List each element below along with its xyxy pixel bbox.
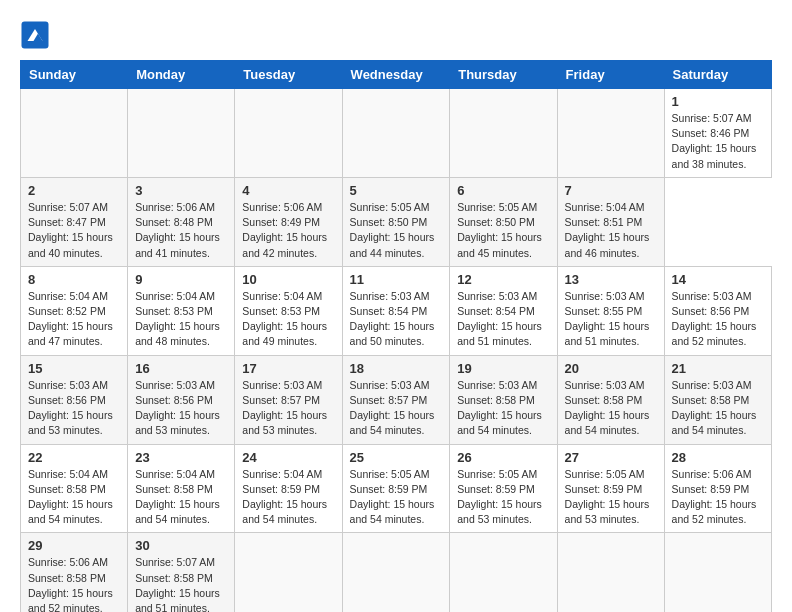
calendar-header: SundayMondayTuesdayWednesdayThursdayFrid… bbox=[21, 61, 772, 89]
calendar-cell bbox=[235, 89, 342, 178]
day-number: 22 bbox=[28, 450, 120, 465]
header-cell-monday: Monday bbox=[128, 61, 235, 89]
calendar-cell: 30Sunrise: 5:07 AMSunset: 8:58 PMDayligh… bbox=[128, 533, 235, 612]
header-cell-saturday: Saturday bbox=[664, 61, 771, 89]
calendar-cell: 9Sunrise: 5:04 AMSunset: 8:53 PMDaylight… bbox=[128, 266, 235, 355]
day-number: 28 bbox=[672, 450, 764, 465]
header-cell-thursday: Thursday bbox=[450, 61, 557, 89]
calendar-cell bbox=[450, 89, 557, 178]
day-detail: Sunrise: 5:04 AMSunset: 8:53 PMDaylight:… bbox=[242, 289, 334, 350]
calendar-cell: 7Sunrise: 5:04 AMSunset: 8:51 PMDaylight… bbox=[557, 177, 664, 266]
day-number: 23 bbox=[135, 450, 227, 465]
day-number: 11 bbox=[350, 272, 443, 287]
day-detail: Sunrise: 5:04 AMSunset: 8:58 PMDaylight:… bbox=[135, 467, 227, 528]
day-number: 29 bbox=[28, 538, 120, 553]
day-detail: Sunrise: 5:03 AMSunset: 8:58 PMDaylight:… bbox=[457, 378, 549, 439]
day-detail: Sunrise: 5:07 AMSunset: 8:46 PMDaylight:… bbox=[672, 111, 764, 172]
calendar-cell: 5Sunrise: 5:05 AMSunset: 8:50 PMDaylight… bbox=[342, 177, 450, 266]
day-number: 14 bbox=[672, 272, 764, 287]
calendar-cell: 19Sunrise: 5:03 AMSunset: 8:58 PMDayligh… bbox=[450, 355, 557, 444]
day-detail: Sunrise: 5:07 AMSunset: 8:58 PMDaylight:… bbox=[135, 555, 227, 612]
calendar-cell: 12Sunrise: 5:03 AMSunset: 8:54 PMDayligh… bbox=[450, 266, 557, 355]
calendar-cell: 6Sunrise: 5:05 AMSunset: 8:50 PMDaylight… bbox=[450, 177, 557, 266]
calendar-body: 1Sunrise: 5:07 AMSunset: 8:46 PMDaylight… bbox=[21, 89, 772, 613]
calendar-cell bbox=[450, 533, 557, 612]
day-number: 13 bbox=[565, 272, 657, 287]
day-number: 27 bbox=[565, 450, 657, 465]
calendar-cell: 17Sunrise: 5:03 AMSunset: 8:57 PMDayligh… bbox=[235, 355, 342, 444]
calendar-cell: 10Sunrise: 5:04 AMSunset: 8:53 PMDayligh… bbox=[235, 266, 342, 355]
day-detail: Sunrise: 5:04 AMSunset: 8:52 PMDaylight:… bbox=[28, 289, 120, 350]
calendar-cell: 2Sunrise: 5:07 AMSunset: 8:47 PMDaylight… bbox=[21, 177, 128, 266]
day-detail: Sunrise: 5:04 AMSunset: 8:53 PMDaylight:… bbox=[135, 289, 227, 350]
day-detail: Sunrise: 5:05 AMSunset: 8:59 PMDaylight:… bbox=[457, 467, 549, 528]
calendar-cell bbox=[235, 533, 342, 612]
calendar-cell: 4Sunrise: 5:06 AMSunset: 8:49 PMDaylight… bbox=[235, 177, 342, 266]
calendar-cell bbox=[557, 89, 664, 178]
header-cell-tuesday: Tuesday bbox=[235, 61, 342, 89]
day-detail: Sunrise: 5:05 AMSunset: 8:59 PMDaylight:… bbox=[565, 467, 657, 528]
day-detail: Sunrise: 5:05 AMSunset: 8:50 PMDaylight:… bbox=[457, 200, 549, 261]
calendar-cell: 21Sunrise: 5:03 AMSunset: 8:58 PMDayligh… bbox=[664, 355, 771, 444]
day-detail: Sunrise: 5:04 AMSunset: 8:51 PMDaylight:… bbox=[565, 200, 657, 261]
calendar-cell bbox=[21, 89, 128, 178]
day-detail: Sunrise: 5:04 AMSunset: 8:58 PMDaylight:… bbox=[28, 467, 120, 528]
day-number: 5 bbox=[350, 183, 443, 198]
day-detail: Sunrise: 5:07 AMSunset: 8:47 PMDaylight:… bbox=[28, 200, 120, 261]
day-number: 30 bbox=[135, 538, 227, 553]
day-number: 12 bbox=[457, 272, 549, 287]
day-detail: Sunrise: 5:05 AMSunset: 8:59 PMDaylight:… bbox=[350, 467, 443, 528]
day-detail: Sunrise: 5:06 AMSunset: 8:48 PMDaylight:… bbox=[135, 200, 227, 261]
day-number: 24 bbox=[242, 450, 334, 465]
calendar: SundayMondayTuesdayWednesdayThursdayFrid… bbox=[20, 60, 772, 612]
calendar-cell: 3Sunrise: 5:06 AMSunset: 8:48 PMDaylight… bbox=[128, 177, 235, 266]
calendar-cell: 11Sunrise: 5:03 AMSunset: 8:54 PMDayligh… bbox=[342, 266, 450, 355]
header bbox=[20, 20, 772, 50]
calendar-cell bbox=[342, 533, 450, 612]
week-row-6: 29Sunrise: 5:06 AMSunset: 8:58 PMDayligh… bbox=[21, 533, 772, 612]
day-number: 8 bbox=[28, 272, 120, 287]
calendar-cell: 15Sunrise: 5:03 AMSunset: 8:56 PMDayligh… bbox=[21, 355, 128, 444]
header-cell-wednesday: Wednesday bbox=[342, 61, 450, 89]
week-row-1: 1Sunrise: 5:07 AMSunset: 8:46 PMDaylight… bbox=[21, 89, 772, 178]
day-detail: Sunrise: 5:03 AMSunset: 8:58 PMDaylight:… bbox=[565, 378, 657, 439]
calendar-cell: 13Sunrise: 5:03 AMSunset: 8:55 PMDayligh… bbox=[557, 266, 664, 355]
day-number: 18 bbox=[350, 361, 443, 376]
calendar-cell: 16Sunrise: 5:03 AMSunset: 8:56 PMDayligh… bbox=[128, 355, 235, 444]
day-number: 1 bbox=[672, 94, 764, 109]
week-row-3: 8Sunrise: 5:04 AMSunset: 8:52 PMDaylight… bbox=[21, 266, 772, 355]
day-number: 25 bbox=[350, 450, 443, 465]
header-cell-sunday: Sunday bbox=[21, 61, 128, 89]
calendar-cell: 8Sunrise: 5:04 AMSunset: 8:52 PMDaylight… bbox=[21, 266, 128, 355]
day-detail: Sunrise: 5:03 AMSunset: 8:57 PMDaylight:… bbox=[350, 378, 443, 439]
calendar-cell: 26Sunrise: 5:05 AMSunset: 8:59 PMDayligh… bbox=[450, 444, 557, 533]
day-number: 20 bbox=[565, 361, 657, 376]
day-number: 9 bbox=[135, 272, 227, 287]
header-cell-friday: Friday bbox=[557, 61, 664, 89]
calendar-cell: 22Sunrise: 5:04 AMSunset: 8:58 PMDayligh… bbox=[21, 444, 128, 533]
day-detail: Sunrise: 5:04 AMSunset: 8:59 PMDaylight:… bbox=[242, 467, 334, 528]
calendar-cell: 23Sunrise: 5:04 AMSunset: 8:58 PMDayligh… bbox=[128, 444, 235, 533]
calendar-cell: 24Sunrise: 5:04 AMSunset: 8:59 PMDayligh… bbox=[235, 444, 342, 533]
day-detail: Sunrise: 5:03 AMSunset: 8:58 PMDaylight:… bbox=[672, 378, 764, 439]
calendar-cell: 18Sunrise: 5:03 AMSunset: 8:57 PMDayligh… bbox=[342, 355, 450, 444]
day-number: 17 bbox=[242, 361, 334, 376]
day-number: 21 bbox=[672, 361, 764, 376]
logo-icon bbox=[20, 20, 50, 50]
logo bbox=[20, 20, 54, 50]
calendar-cell: 20Sunrise: 5:03 AMSunset: 8:58 PMDayligh… bbox=[557, 355, 664, 444]
week-row-2: 2Sunrise: 5:07 AMSunset: 8:47 PMDaylight… bbox=[21, 177, 772, 266]
day-number: 6 bbox=[457, 183, 549, 198]
day-detail: Sunrise: 5:03 AMSunset: 8:56 PMDaylight:… bbox=[28, 378, 120, 439]
calendar-cell: 27Sunrise: 5:05 AMSunset: 8:59 PMDayligh… bbox=[557, 444, 664, 533]
day-detail: Sunrise: 5:03 AMSunset: 8:54 PMDaylight:… bbox=[350, 289, 443, 350]
day-number: 2 bbox=[28, 183, 120, 198]
calendar-cell: 29Sunrise: 5:06 AMSunset: 8:58 PMDayligh… bbox=[21, 533, 128, 612]
calendar-cell bbox=[342, 89, 450, 178]
calendar-cell: 14Sunrise: 5:03 AMSunset: 8:56 PMDayligh… bbox=[664, 266, 771, 355]
day-detail: Sunrise: 5:05 AMSunset: 8:50 PMDaylight:… bbox=[350, 200, 443, 261]
day-number: 16 bbox=[135, 361, 227, 376]
calendar-cell bbox=[664, 533, 771, 612]
day-number: 7 bbox=[565, 183, 657, 198]
day-detail: Sunrise: 5:03 AMSunset: 8:57 PMDaylight:… bbox=[242, 378, 334, 439]
